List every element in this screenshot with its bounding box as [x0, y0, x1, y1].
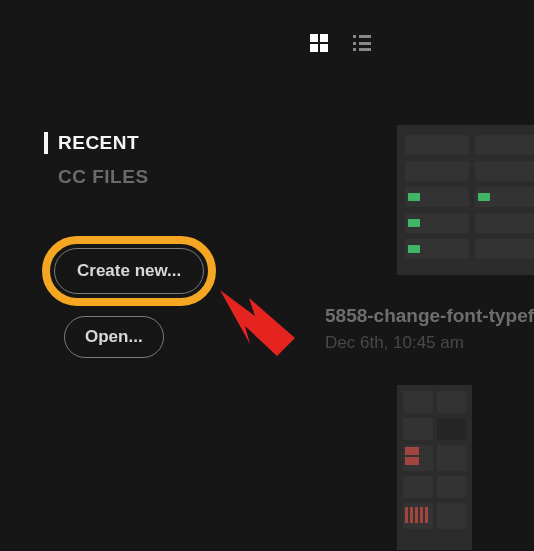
highlight-annotation: Create new...	[42, 236, 216, 306]
svg-marker-0	[220, 290, 295, 356]
action-buttons: Create new... Open...	[42, 236, 216, 358]
arrow-annotation	[205, 278, 300, 363]
create-new-button[interactable]: Create new...	[54, 248, 204, 294]
file-name-label: 5858-change-font-typefac	[325, 305, 534, 327]
grid-view-icon[interactable]	[310, 34, 328, 52]
list-view-icon[interactable]	[353, 35, 371, 51]
nav-cc-files[interactable]: CC FILES	[58, 166, 149, 188]
file-thumbnail-2[interactable]	[397, 385, 472, 550]
nav-recent[interactable]: RECENT	[44, 132, 149, 154]
file-date-label: Dec 6th, 10:45 am	[325, 333, 534, 353]
recent-file[interactable]: 5858-change-font-typefac Dec 6th, 10:45 …	[325, 125, 534, 353]
open-button[interactable]: Open...	[64, 316, 164, 358]
file-thumbnail	[397, 125, 534, 275]
sidebar-nav: RECENT CC FILES	[58, 132, 149, 200]
